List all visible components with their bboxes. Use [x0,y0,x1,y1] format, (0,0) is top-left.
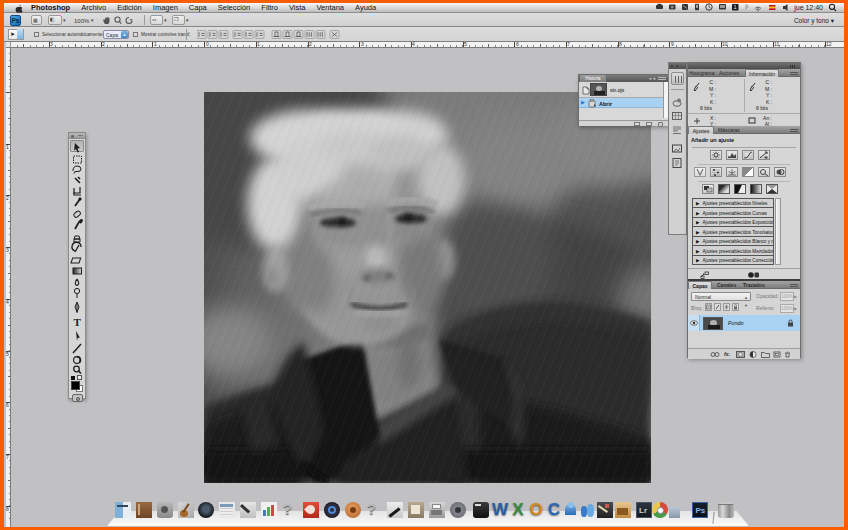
svg-text:1: 1 [734,4,737,10]
svg-text:T: T [74,316,82,328]
